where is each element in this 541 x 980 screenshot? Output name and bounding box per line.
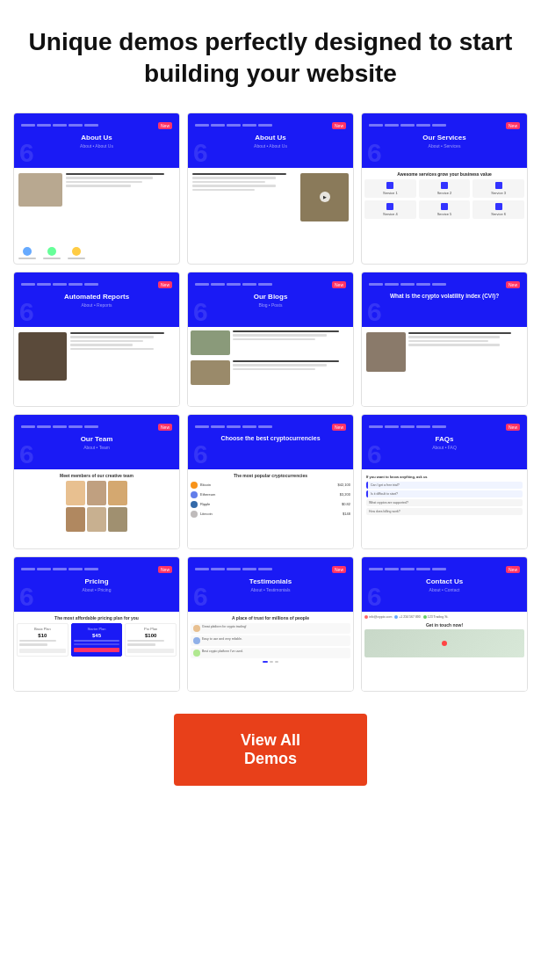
card-subtitle: About • Services xyxy=(369,143,520,149)
plan-pro: Pro Plan $100 xyxy=(125,623,177,657)
card-header-auto: New Automated Reports About • Reports 6 xyxy=(14,272,179,327)
card-badge: New xyxy=(332,281,346,288)
contact-info: info@crypto.com +1 234 567 890 123 Tradi… xyxy=(364,615,524,619)
card-badge: New xyxy=(158,566,172,573)
map-placeholder xyxy=(364,629,524,657)
page-wrapper: Unique demos perfectly designed to start… xyxy=(0,0,541,803)
card-header-faqs: New FAQs About • FAQ 6 xyxy=(362,415,527,469)
card-body-auto xyxy=(14,327,179,406)
card-subtitle: About • FAQ xyxy=(369,445,520,450)
demo-card-crypto-volatility[interactable]: New What is the crypto volatility index … xyxy=(361,272,528,407)
pricing-plans: Basic Plan $10 Starter Plan $45 xyxy=(17,623,177,657)
card-body-services: Awesome services grow your business valu… xyxy=(362,168,527,247)
services-grid: Service 1 Service 2 Service 3 Service 4 … xyxy=(364,179,524,219)
demo-card-faqs[interactable]: New FAQs About • FAQ 6 If you want to kn… xyxy=(361,414,528,549)
card-body-faqs: If you want to know anything, ask us Can… xyxy=(362,469,527,548)
view-all-section: View All Demos xyxy=(13,714,528,786)
card-subtitle: About • Team xyxy=(21,445,172,450)
card-header-testimonials: New Testimonials About • Testimonials 6 xyxy=(188,557,353,612)
card-subtitle: About • About Us xyxy=(195,143,346,149)
card-body-crypto xyxy=(362,327,527,406)
plan-basic: Basic Plan $10 xyxy=(17,623,69,657)
card-subtitle: About • Testimonials xyxy=(195,587,346,592)
card-body-blogs xyxy=(188,327,353,406)
testimonial-item: Best crypto platform I've used. xyxy=(191,648,350,658)
demo-card-testimonials[interactable]: New Testimonials About • Testimonials 6 … xyxy=(187,556,354,692)
card-body-about-1 xyxy=(14,168,179,247)
demo-card-our-team[interactable]: New Our Team About • Team 6 Meet members… xyxy=(13,414,180,549)
view-all-demos-button[interactable]: View All Demos xyxy=(174,714,367,786)
card-badge: New xyxy=(332,566,346,573)
demo-card-our-services[interactable]: New Our Services About • Services 6 Awes… xyxy=(361,113,528,265)
card-subtitle: About • Reports xyxy=(21,302,172,308)
card-title: Our Blogs xyxy=(195,293,346,301)
card-badge: New xyxy=(506,122,520,129)
card-subtitle: About • Pricing xyxy=(21,587,172,592)
card-badge: New xyxy=(332,122,346,129)
card-title: Our Services xyxy=(369,134,520,142)
demo-card-automated-reports[interactable]: New Automated Reports About • Reports 6 xyxy=(13,272,180,407)
demo-card-pricing[interactable]: New Pricing About • Pricing 6 The most a… xyxy=(13,556,180,692)
card-body-pricing: The most affordable pricing plan for you… xyxy=(14,612,179,691)
testimonial-item: Great platform for crypto trading! xyxy=(191,623,350,634)
card-title: Pricing xyxy=(21,577,172,585)
card-badge: New xyxy=(158,281,172,288)
demo-card-about-us-1[interactable]: New About Us About • About Us 6 xyxy=(13,113,180,265)
play-button[interactable]: ▶ xyxy=(320,192,330,202)
card-header-services: New Our Services About • Services 6 xyxy=(362,113,527,168)
card-body-contact: info@crypto.com +1 234 567 890 123 Tradi… xyxy=(362,612,527,691)
card-title: What is the crypto volatility index (CVI… xyxy=(369,293,520,299)
card-header-contact: New Contact Us About • Contact 6 xyxy=(362,557,527,612)
card-header-team: New Our Team About • Team 6 xyxy=(14,415,179,469)
card-badge: New xyxy=(506,566,520,573)
card-title: Choose the best cryptocurrencies xyxy=(195,435,346,441)
card-text-block xyxy=(66,173,175,242)
card-title: Automated Reports xyxy=(21,293,172,301)
demos-grid: New About Us About • About Us 6 xyxy=(13,113,528,692)
card-text-col xyxy=(70,332,175,401)
card-badge: New xyxy=(332,424,346,431)
card-subtitle: Blog • Posts xyxy=(195,302,346,308)
demo-card-our-blogs[interactable]: New Our Blogs Blog • Posts 6 xyxy=(187,272,354,407)
card-title: About Us xyxy=(21,134,172,142)
testimonial-item: Easy to use and very reliable. xyxy=(191,635,350,646)
card-header-about-2: New About Us About • About Us 6 xyxy=(188,113,353,168)
card-badge: New xyxy=(158,424,172,431)
card-title: FAQs xyxy=(369,435,520,443)
card-header-about-1: New About Us About • About Us 6 xyxy=(14,113,179,168)
demo-card-choose-crypto[interactable]: New Choose the best cryptocurrencies 6 T… xyxy=(187,414,354,549)
card-body-about-2: ▶ xyxy=(188,168,353,247)
card-subtitle: About • Contact xyxy=(369,587,520,592)
card-header-choose-crypto: New Choose the best cryptocurrencies 6 xyxy=(188,415,353,469)
card-header-blogs: New Our Blogs Blog • Posts 6 xyxy=(188,272,353,327)
plan-starter: Starter Plan $45 xyxy=(71,623,123,657)
card-image xyxy=(18,173,62,207)
card-image xyxy=(18,332,67,381)
card-title: About Us xyxy=(195,134,346,142)
card-subtitle: About • About Us xyxy=(21,143,172,149)
card-body-testimonials: A place of trust for millions of people … xyxy=(188,612,353,691)
card-icons-row xyxy=(14,247,179,264)
card-header-pricing: New Pricing About • Pricing 6 xyxy=(14,557,179,612)
card-text-col xyxy=(192,173,297,242)
card-title: Our Team xyxy=(21,435,172,443)
card-badge: New xyxy=(506,424,520,431)
card-title: Contact Us xyxy=(369,577,520,585)
card-image-col: ▶ xyxy=(300,173,349,221)
card-header-crypto: New What is the crypto volatility index … xyxy=(362,272,527,327)
card-title: Testimonials xyxy=(195,577,346,585)
card-body-choose-crypto: The most popular cryptocurrencies Bitcoi… xyxy=(188,469,353,548)
card-badge: New xyxy=(158,122,172,129)
card-body-team: Meet members of our creative team xyxy=(14,469,179,548)
demo-card-contact-us[interactable]: New Contact Us About • Contact 6 info@cr… xyxy=(361,556,528,692)
demo-card-about-us-2[interactable]: New About Us About • About Us 6 ▶ xyxy=(187,113,354,265)
page-headline: Unique demos perfectly designed to start… xyxy=(13,26,528,91)
card-badge: New xyxy=(506,281,520,288)
